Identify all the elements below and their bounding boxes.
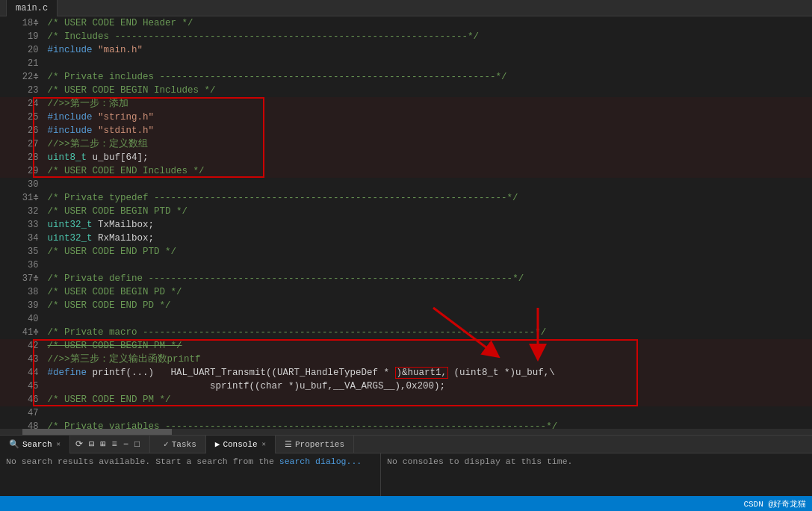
table-row: 43//>>第三步：定义输出函数printf xyxy=(0,353,812,366)
bottom-panel: 🔍 Search ✕ ⟳ ⊟ ⊞ ≡ − □ ✓ Tasks ▶ Console… xyxy=(0,435,812,496)
tab-properties-label: Properties xyxy=(295,440,344,449)
line-number: 43 xyxy=(0,353,45,366)
table-row: 29/* USER CODE END Includes */ xyxy=(0,164,812,178)
table-row: 33uint32_t TxMailbox; xyxy=(0,218,812,232)
code-token: printf(...) HAL_UART_Transmit((UART_Hand… xyxy=(93,368,395,378)
line-number: 23 xyxy=(0,84,45,97)
properties-icon: ☰ xyxy=(285,439,292,449)
line-number: 37≑ xyxy=(0,272,45,285)
refresh-icon[interactable]: ⟳ xyxy=(73,438,85,450)
line-content: /* Private includes --------------------… xyxy=(45,70,813,84)
table-row: 45 sprintf((char *)u_buf,__VA_ARGS__),0x… xyxy=(0,380,812,393)
line-number: 25 xyxy=(0,111,45,124)
line-content: #include "main.h" xyxy=(45,43,813,57)
tab-properties[interactable]: ☰ Properties xyxy=(276,436,354,453)
line-number: 33 xyxy=(0,218,45,232)
code-token: ----------------------------------------… xyxy=(115,31,468,42)
scrollbar-thumb[interactable] xyxy=(22,429,172,435)
line-content: /* USER CODE END PD */ xyxy=(45,299,813,312)
line-number: 34 xyxy=(0,232,45,245)
code-token: #include xyxy=(48,45,99,55)
line-number: 22≑ xyxy=(0,70,45,84)
code-token: */ xyxy=(535,327,546,338)
code-token: /* USER CODE END Header */ xyxy=(48,18,193,28)
code-token: sprintf((char *)u_buf,__VA_ARGS__),0x200… xyxy=(48,381,446,391)
table-row: 18≑/* USER CODE END Header */ xyxy=(0,16,812,30)
expand-icon[interactable]: ⊞ xyxy=(98,438,108,450)
code-token: /* USER CODE BEGIN PD */ xyxy=(48,287,182,297)
code-token: uint8_t xyxy=(48,152,93,163)
tab-tasks[interactable]: ✓ Tasks xyxy=(155,436,206,453)
tab-search-close[interactable]: ✕ xyxy=(57,440,61,448)
search-icon: 🔍 xyxy=(9,439,19,449)
line-number: 26 xyxy=(0,124,45,137)
code-token: /* USER CODE BEGIN Includes */ xyxy=(48,85,216,96)
table-row: 30 xyxy=(0,178,812,191)
table-row: 48/* Private variables -----------------… xyxy=(0,420,812,429)
file-tab[interactable]: main.c xyxy=(6,0,58,16)
code-token: ----------------------------------------… xyxy=(154,193,507,203)
file-tab-label: main.c xyxy=(16,3,48,13)
line-content: /* Private macro -----------------------… xyxy=(45,326,813,339)
table-row: 37≑/* Private define -------------------… xyxy=(0,272,812,285)
table-row: 23/* USER CODE BEGIN Includes */ xyxy=(0,84,812,97)
code-token: /* Private macro xyxy=(48,327,143,338)
table-row: 24//>>第一步：添加 xyxy=(0,97,812,111)
line-number: 35 xyxy=(0,245,45,258)
line-number: 28 xyxy=(0,151,45,164)
table-row: 31≑/* Private typedef ------------------… xyxy=(0,191,812,205)
tab-console[interactable]: ▶ Console ✕ xyxy=(206,436,276,453)
minimize-icon[interactable]: − xyxy=(121,439,131,450)
line-content: //>>第一步：添加 xyxy=(45,97,813,111)
line-content: /* USER CODE BEGIN Includes */ xyxy=(45,84,813,97)
line-content: /* USER CODE END PTD */ xyxy=(45,245,813,258)
table-row: 20#include "main.h" xyxy=(0,43,812,57)
table-row: 19/* Includes --------------------------… xyxy=(0,30,812,43)
search-toolbar: ⟳ ⊟ ⊞ ≡ − □ xyxy=(73,438,148,450)
code-token: /* USER CODE END PD */ xyxy=(48,300,171,311)
line-content: sprintf((char *)u_buf,__VA_ARGS__),0x200… xyxy=(45,380,813,393)
console-icon: ▶ xyxy=(215,439,220,449)
table-row: 25#include "string.h" xyxy=(0,111,812,124)
bottom-content: No search results available. Start a sea… xyxy=(0,453,812,496)
code-token: */ xyxy=(496,72,507,82)
search-dialog-link[interactable]: search dialog... xyxy=(279,456,362,466)
code-token: */ xyxy=(468,31,479,42)
tab-search[interactable]: 🔍 Search ✕ xyxy=(0,436,70,453)
settings-icon[interactable]: ≡ xyxy=(110,439,120,450)
line-content: #define printf(...) HAL_UART_Transmit((U… xyxy=(45,366,813,380)
tab-console-close[interactable]: ✕ xyxy=(262,440,266,448)
code-scroll[interactable]: 18≑/* USER CODE END Header */19/* Includ… xyxy=(0,16,812,429)
line-number: 36 xyxy=(0,258,45,272)
code-token: /* USER CODE BEGIN PM */ xyxy=(48,341,182,351)
task-icon: ✓ xyxy=(164,439,169,449)
console-no-consoles: No consoles to display at this time. xyxy=(387,456,572,466)
line-content: /* Includes ----------------------------… xyxy=(45,30,813,43)
code-token: "main.h" xyxy=(98,45,143,55)
code-token: */ xyxy=(507,193,518,203)
table-row: 36 xyxy=(0,258,812,272)
line-content: /* Private typedef ---------------------… xyxy=(45,191,813,205)
line-content: /* USER CODE BEGIN PTD */ xyxy=(45,205,813,218)
line-content: uint32_t TxMailbox; xyxy=(45,218,813,232)
console-panel: No consoles to display at this time. xyxy=(381,453,812,496)
line-content xyxy=(45,312,813,326)
line-content: /* USER CODE BEGIN PD */ xyxy=(45,285,813,299)
maximize-icon[interactable]: □ xyxy=(132,439,142,450)
code-token: /* Includes xyxy=(48,31,115,42)
line-content: #include "stdint.h" xyxy=(45,124,813,137)
line-content: uint8_t u_buf[64]; xyxy=(45,151,813,164)
line-number: 47 xyxy=(0,406,45,420)
filter-icon[interactable]: ⊟ xyxy=(87,438,96,450)
line-content xyxy=(45,57,813,70)
line-number: 24 xyxy=(0,97,45,111)
line-number: 18≑ xyxy=(0,16,45,30)
code-token: */ xyxy=(546,421,557,429)
line-number: 21 xyxy=(0,57,45,70)
search-panel: No search results available. Start a sea… xyxy=(0,453,381,496)
code-token: /* Private typedef xyxy=(48,193,155,203)
code-token: #include xyxy=(48,112,99,123)
horizontal-scrollbar[interactable] xyxy=(0,429,812,435)
code-token: "stdint.h" xyxy=(98,126,154,136)
line-number: 30 xyxy=(0,178,45,191)
